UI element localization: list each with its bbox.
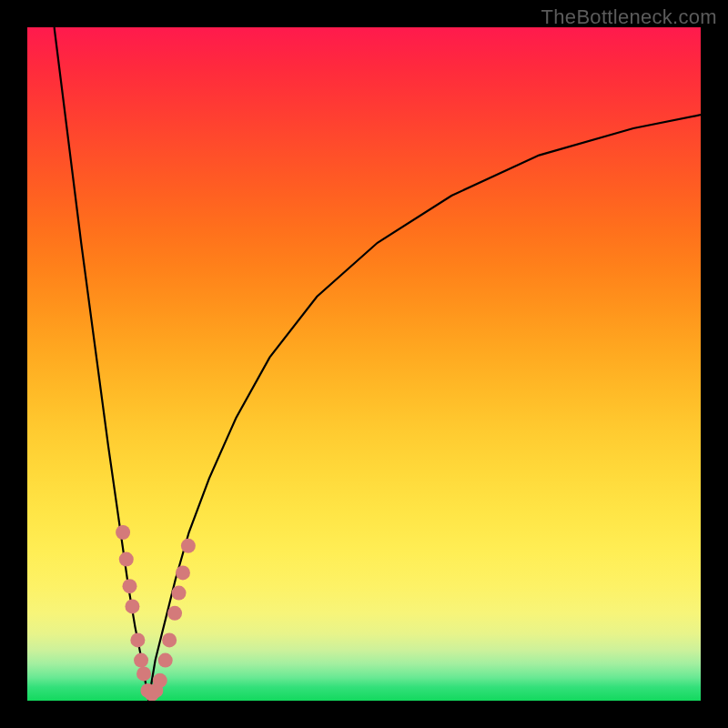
chart-frame: TheBottleneck.com: [0, 0, 728, 728]
scatter-dot: [136, 666, 151, 681]
scatter-dot: [176, 565, 190, 580]
watermark-text: TheBottleneck.com: [541, 5, 717, 29]
scatter-dot: [167, 606, 182, 621]
scatter-dot: [134, 653, 148, 668]
plot-area: [27, 27, 701, 701]
scatter-dot: [130, 632, 145, 647]
scatter-dot: [162, 632, 177, 647]
scatter-dot: [119, 552, 134, 567]
scatter-dot: [158, 653, 173, 668]
scatter-dot: [153, 673, 167, 688]
chart-svg: [27, 27, 701, 701]
scatter-dot: [125, 599, 139, 613]
scatter-dot: [116, 525, 130, 540]
scatter-dot: [172, 586, 187, 601]
curve-right-branch: [148, 115, 701, 701]
scatter-dot: [181, 539, 196, 553]
scatter-dot: [122, 579, 136, 593]
